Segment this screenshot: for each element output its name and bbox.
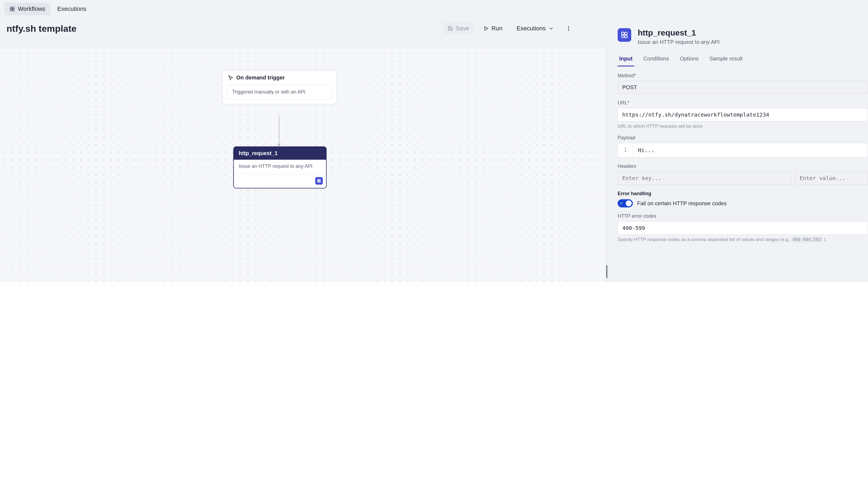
- http-node-icon: [315, 177, 323, 185]
- svg-point-6: [568, 28, 569, 29]
- side-panel-tabs: Input Conditions Options Sample result: [618, 53, 868, 66]
- workflows-icon: [9, 6, 15, 12]
- save-icon: [447, 26, 453, 31]
- tab-executions[interactable]: Executions: [52, 3, 91, 15]
- executions-dropdown[interactable]: Executions: [512, 22, 559, 35]
- toggle-label: Fail on certain HTTP response codes: [637, 200, 727, 206]
- tab-input[interactable]: Input: [618, 53, 634, 66]
- trigger-node-description: Triggered manually or with an API: [227, 85, 332, 99]
- svg-marker-4: [485, 27, 488, 30]
- header-key-input[interactable]: [618, 171, 791, 185]
- fail-on-codes-toggle[interactable]: ✓: [618, 199, 633, 207]
- field-error-codes: HTTP error codes Specify HTTP response c…: [618, 214, 868, 242]
- tab-sample-result[interactable]: Sample result: [708, 53, 744, 66]
- field-method: Method* POST: [618, 73, 868, 94]
- workflow-canvas[interactable]: On demand trigger Triggered manually or …: [0, 49, 605, 282]
- tab-workflows[interactable]: Workflows: [4, 3, 50, 15]
- http-node-footer: [234, 174, 326, 188]
- action-type-icon: [618, 28, 631, 42]
- url-input[interactable]: [618, 108, 868, 122]
- url-help: URL to which HTTP requests will be done: [618, 124, 868, 129]
- payload-editor[interactable]: 1 Hi...: [618, 143, 868, 158]
- run-button[interactable]: Run: [478, 22, 507, 35]
- field-error-handling: Error handling ✓ Fail on certain HTTP re…: [618, 191, 868, 207]
- executions-label: Executions: [517, 25, 546, 32]
- payload-label: Payload: [618, 135, 868, 141]
- headers-label: Headers: [618, 163, 868, 169]
- trigger-node-header: On demand trigger: [223, 71, 336, 85]
- error-codes-help-suffix: ).: [823, 237, 827, 242]
- svg-point-5: [568, 26, 569, 27]
- more-menu-button[interactable]: [563, 23, 574, 34]
- top-nav: Workflows Executions: [0, 0, 868, 18]
- node-connector: [279, 116, 279, 146]
- error-codes-label: HTTP error codes: [618, 214, 868, 219]
- check-icon: ✓: [620, 201, 623, 206]
- method-label: Method*: [618, 73, 868, 78]
- field-url: URL* URL to which HTTP requests will be …: [618, 100, 868, 129]
- svg-rect-0: [10, 7, 12, 9]
- more-vertical-icon: [565, 26, 571, 31]
- svg-rect-12: [622, 32, 624, 35]
- trigger-node-title: On demand trigger: [236, 74, 285, 81]
- svg-rect-13: [625, 35, 627, 38]
- svg-point-7: [568, 30, 569, 31]
- run-label: Run: [492, 25, 502, 32]
- error-codes-help-prefix: Specify HTTP response codes as a comma s…: [618, 237, 791, 242]
- http-node-title: http_request_1: [234, 147, 326, 160]
- svg-rect-9: [319, 181, 321, 183]
- panel-resize-handle[interactable]: [606, 265, 607, 278]
- side-panel-subtitle: Issue an HTTP request to any API: [638, 39, 720, 45]
- error-codes-help-code: 400-404,503: [791, 237, 823, 242]
- payload-text[interactable]: Hi...: [633, 143, 868, 157]
- http-node-description: Issue an HTTP request to any API: [234, 160, 326, 171]
- tab-conditions[interactable]: Conditions: [642, 53, 671, 66]
- side-panel-title[interactable]: http_request_1: [638, 28, 720, 37]
- tab-workflows-label: Workflows: [18, 5, 45, 12]
- svg-point-15: [622, 35, 624, 38]
- chevron-down-icon: [549, 26, 554, 31]
- cursor-icon: [228, 75, 234, 80]
- toggle-knob: [626, 200, 632, 206]
- error-handling-label: Error handling: [618, 191, 868, 197]
- url-label: URL*: [618, 100, 868, 106]
- save-label: Save: [456, 25, 469, 32]
- payload-line-number: 1: [618, 143, 633, 157]
- http-request-node[interactable]: http_request_1 Issue an HTTP request to …: [233, 147, 327, 188]
- play-icon: [484, 26, 489, 31]
- svg-rect-2: [10, 9, 12, 11]
- side-panel: http_request_1 Issue an HTTP request to …: [608, 20, 868, 282]
- error-codes-input[interactable]: [618, 221, 868, 235]
- header-actions: Save Run Executions: [443, 22, 574, 35]
- save-button: Save: [443, 22, 474, 35]
- workflow-title[interactable]: ntfy.sh template: [6, 23, 76, 34]
- tab-options[interactable]: Options: [678, 53, 700, 66]
- svg-point-10: [319, 180, 321, 181]
- field-payload: Payload 1 Hi...: [618, 135, 868, 158]
- svg-rect-8: [318, 180, 319, 181]
- svg-point-11: [318, 181, 319, 183]
- header-value-input[interactable]: [795, 171, 868, 185]
- input-form: Method* POST URL* URL to which HTTP requ…: [618, 73, 868, 242]
- method-select[interactable]: POST: [618, 81, 868, 94]
- svg-point-14: [625, 32, 627, 35]
- svg-rect-1: [12, 7, 14, 9]
- svg-rect-3: [12, 9, 14, 11]
- error-codes-help: Specify HTTP response codes as a comma s…: [618, 237, 868, 242]
- side-panel-header: http_request_1 Issue an HTTP request to …: [618, 28, 868, 45]
- trigger-node[interactable]: On demand trigger Triggered manually or …: [222, 70, 336, 104]
- field-headers: Headers: [618, 163, 868, 185]
- tab-executions-label: Executions: [57, 5, 87, 12]
